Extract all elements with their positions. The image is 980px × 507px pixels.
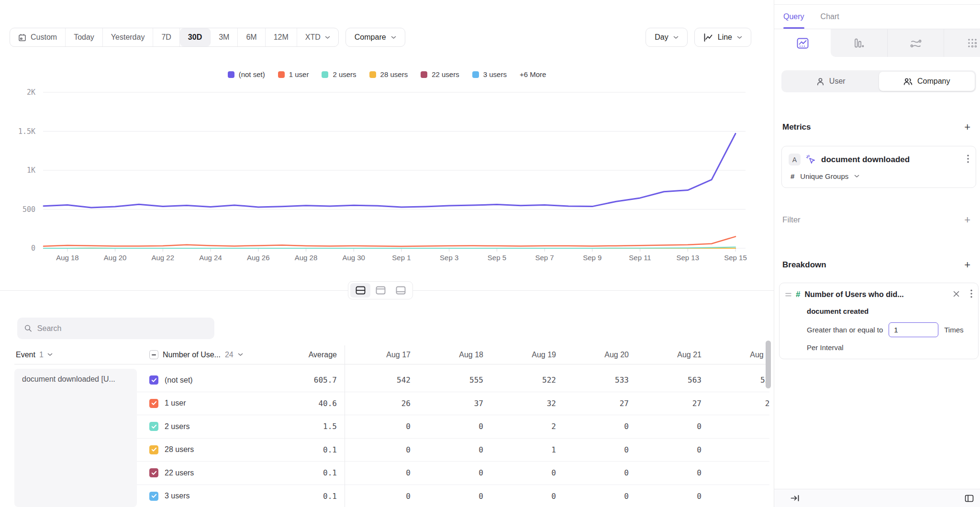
scope-toggle: User Company [781,70,976,92]
average-column-header[interactable]: Average [309,351,337,359]
breakdown-menu-button[interactable] [970,289,972,300]
legend-label: (not set) [239,70,265,78]
table-row: 28 users0.1001000 [137,439,769,462]
person-icon [816,77,824,86]
series-rows: (not set)605.75425555225335635361 user40… [137,369,769,507]
side-panel-icon[interactable] [965,495,974,502]
collapse-right-icon[interactable] [791,495,800,502]
split-view-icon [356,286,366,295]
legend-item[interactable]: (not set) [228,70,265,78]
series-label[interactable]: 28 users [165,445,194,454]
table-scrollbar[interactable] [766,341,771,388]
search-input[interactable] [37,324,207,333]
breakdown-card: # Number of Users who did... document cr… [779,283,979,359]
series-checkbox[interactable] [149,492,158,501]
range-6m[interactable]: 6M [238,28,265,46]
data-cell: 0 [708,468,769,477]
table-only-button[interactable] [390,283,411,298]
metric-measure-row: # Unique Groups [789,172,969,180]
range-xtd[interactable]: XTD [297,28,338,46]
breakdown-event-name[interactable]: document created [807,307,972,315]
range-7d[interactable]: 7D [153,28,179,46]
line-chart[interactable]: 05001K1.5K2KAug 18Aug 20Aug 22Aug 24Aug … [0,82,774,266]
per-interval-label[interactable]: Per Interval [807,343,972,352]
event-column-header[interactable]: Event 1 [14,351,137,359]
data-cell: 522 [490,375,563,385]
condition-label[interactable]: Greater than or equal to [807,326,883,334]
series-checkbox[interactable] [149,422,158,431]
data-cell: 0 [563,468,635,477]
chart-type-dropdown[interactable]: Line [694,28,751,47]
range-3m[interactable]: 3M [211,28,238,46]
x-axis-label: Sep 7 [535,254,554,262]
interval-dropdown[interactable]: Day [646,28,687,47]
metric-card[interactable]: A document downloaded # Unique Groups [781,146,976,188]
series-checkbox[interactable] [149,375,158,385]
range-12m[interactable]: 12M [266,28,297,46]
series-checkbox[interactable] [149,468,158,477]
table-header: Event 1 Number of Use... 24 Average Aug … [14,345,769,364]
select-all-checkbox[interactable] [149,350,158,359]
compare-button[interactable]: Compare [345,28,405,47]
breakdown-heading-row: Breakdown + [782,260,970,270]
date-column-header[interactable]: Aug 20 [563,351,635,359]
legend-item[interactable]: 3 users [472,70,507,78]
range-today[interactable]: Today [66,28,103,46]
scope-user[interactable]: User [783,72,879,91]
sidebar-tabs: Query Chart [774,4,980,29]
series-label[interactable]: (not set) [165,376,193,385]
series-label[interactable]: 22 users [165,469,194,477]
x-axis-label: Aug 18 [56,254,79,262]
metric-menu-button[interactable] [967,154,969,165]
series-checkbox[interactable] [149,399,158,408]
flow-icon [910,38,922,48]
range-custom[interactable]: Custom [10,28,66,46]
range-30d[interactable]: 30D [180,28,211,46]
remove-breakdown-button[interactable] [953,290,959,299]
date-column-header[interactable]: Aug 18 [417,351,490,359]
grid-dots-icon [967,38,978,48]
chart-type-tab-line-chart[interactable] [774,29,831,57]
series-label[interactable]: 2 users [165,422,189,431]
date-column-header[interactable]: Aug 22 [708,351,769,359]
series-checkbox[interactable] [149,445,158,454]
event-column-label: Event [16,351,35,359]
chart-type-tab-flow[interactable] [887,29,944,57]
chart-type-tab-more-types[interactable] [944,29,980,57]
series-column-header: Number of Use... 24 Average [137,350,345,359]
drag-handle-icon[interactable] [785,292,791,297]
add-filter-button[interactable]: + [964,215,970,225]
data-cell: 0 [345,422,417,431]
series-label[interactable]: 3 users [165,492,189,500]
table-body: document downloaded [U... (not set)605.7… [14,369,769,507]
breakdown-title: Number of Users who did... [804,290,903,299]
date-column-header[interactable]: Aug 17 [345,351,417,359]
event-cell[interactable]: document downloaded [U... [14,369,137,507]
range-yesterday[interactable]: Yesterday [103,28,154,46]
legend-item[interactable]: 22 users [421,70,459,78]
series-line[interactable] [44,247,735,248]
tab-query[interactable]: Query [783,4,804,29]
date-column-header[interactable]: Aug 21 [635,351,708,359]
legend-item[interactable]: 2 users [322,70,356,78]
series-label[interactable]: 1 user [165,399,186,408]
date-column-header[interactable]: Aug 19 [490,351,563,359]
add-metric-button[interactable]: + [964,122,970,132]
legend-item[interactable]: 1 user [278,70,309,78]
condition-value-input[interactable] [889,322,938,337]
chart-only-button[interactable] [370,283,390,298]
tab-chart[interactable]: Chart [821,4,839,29]
legend-swatch [228,71,234,78]
series-line[interactable] [44,237,735,246]
add-breakdown-button[interactable]: + [964,260,970,270]
data-cell: 542 [345,375,417,385]
split-view-button[interactable] [350,283,370,298]
measure-selector[interactable]: Unique Groups [800,172,848,180]
line-chart-icon [703,33,713,42]
series-line[interactable] [44,133,735,208]
legend-item[interactable]: 28 users [369,70,408,78]
scope-company[interactable]: Company [879,72,975,91]
chart-type-tab-bar-chart[interactable] [831,29,887,57]
series-column-label[interactable]: Number of Use... [163,351,221,359]
legend-more-button[interactable]: +6 More [520,70,546,78]
